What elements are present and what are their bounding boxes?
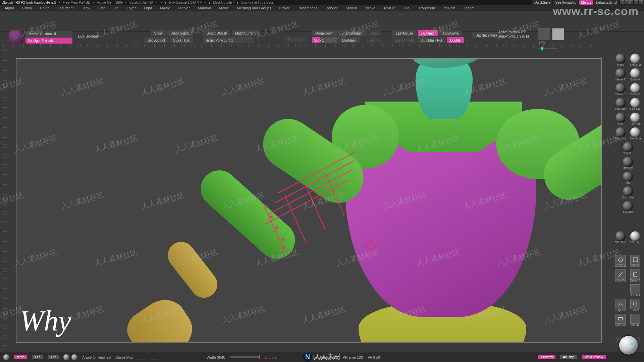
menu-stroke[interactable]: Stroke (361, 5, 379, 11)
backface-mask-button[interactable]: BackfaceMask (472, 32, 501, 38)
select-rect[interactable]: SelectR (629, 269, 642, 282)
brush-trimdynamic[interactable]: TrimDyn (621, 157, 635, 170)
menu-macro[interactable]: Macro (156, 5, 174, 11)
brush-flatcol[interactable]: Flat Col (629, 98, 642, 111)
live-boolean-label[interactable]: Live Boolean (78, 34, 99, 38)
menus-toggle[interactable]: Menus (579, 0, 593, 5)
width-slider[interactable] (230, 356, 260, 358)
lazymouse-button[interactable]: LazyMouse (392, 30, 417, 36)
smart-dmesh-button[interactable]: Smart DMesh (203, 30, 230, 36)
brush-move[interactable]: Move (614, 54, 627, 66)
quick-hide-button[interactable]: Quick Hide (170, 37, 193, 43)
menu-movie[interactable]: Movie (215, 5, 233, 11)
menu-document[interactable]: Document (53, 5, 77, 11)
clip-curve[interactable]: ClipCur (614, 299, 627, 312)
sharpen-mask-button[interactable]: SharpenMask (338, 30, 366, 36)
menu-picker[interactable]: Picker (275, 5, 293, 11)
seethrough-slider[interactable]: See-through 0 (553, 0, 578, 5)
allhigh-button[interactable]: All High (560, 355, 577, 359)
menu-preferences[interactable]: Preferences (293, 5, 321, 11)
menu-brush[interactable]: Brush (18, 5, 36, 11)
double-indicator[interactable]: Double (265, 355, 277, 359)
brush-inflate[interactable]: Inflat (621, 172, 635, 184)
default-zscript[interactable]: DefaultZScript (594, 0, 619, 5)
brush-standard[interactable]: Standar (614, 98, 627, 111)
mask-pen[interactable]: MaskPe (614, 269, 627, 282)
preview-button[interactable]: Preview (538, 355, 556, 359)
select-lasso[interactable]: SelectL (629, 255, 642, 267)
window-icon[interactable] (634, 0, 638, 4)
menu-light[interactable]: Light (140, 5, 156, 11)
restore-custom-ui-button[interactable]: Restore Custom UI (25, 31, 72, 37)
xc-button[interactable]: >Xc (32, 355, 43, 359)
sdiv-slider[interactable]: SDiv 1 (312, 37, 337, 43)
zoom-button[interactable]: Zoom (629, 299, 642, 312)
brush-orbcracks[interactable]: Orb_Cra (621, 186, 635, 199)
window-icon[interactable] (629, 0, 633, 4)
match-current-button[interactable]: MatchCurrent (232, 30, 259, 36)
navigation-sphere[interactable] (619, 336, 638, 355)
automask-pg-button[interactable]: AutoMask PG (418, 37, 445, 43)
menu-zplugin[interactable]: Zplugin (439, 5, 459, 11)
brush-pinch[interactable]: Pinch (614, 113, 627, 125)
brush-move-e[interactable]: Move E (614, 83, 627, 96)
mrgb-button[interactable]: Mrgb (14, 355, 27, 359)
menu-texture[interactable]: Texture (379, 5, 399, 11)
show-button[interactable]: Show (151, 30, 166, 36)
quick-select-button[interactable]: Quick Select (167, 30, 193, 36)
set-subtool-button[interactable]: Set Subtool (144, 37, 168, 43)
active-brush-icon[interactable] (9, 30, 23, 44)
brush-skinshade2[interactable]: SkinSha (629, 127, 642, 140)
bpr-swatch[interactable] (538, 28, 550, 40)
zc-button[interactable]: >Zc (48, 355, 59, 359)
window-close-icon[interactable] (639, 0, 643, 4)
menu-draw[interactable]: Draw (77, 5, 94, 11)
brush-move-t[interactable]: Move T (614, 68, 627, 81)
brush-hairtut[interactable]: HairTut (621, 201, 635, 214)
brush-so-hand[interactable]: SO_Han (629, 231, 642, 244)
clip-rect[interactable]: ClipRec (614, 314, 627, 326)
grow-button[interactable]: Grow (366, 30, 382, 36)
merge-down-button[interactable]: MergeDown (312, 30, 337, 36)
menu-material[interactable]: Material (194, 5, 215, 11)
blur-mask-button[interactable]: BlurMask (339, 37, 360, 43)
window-icon[interactable] (625, 0, 629, 4)
menu-file[interactable]: File (109, 5, 123, 11)
viewport[interactable]: Why (16, 58, 602, 343)
menu-stencil[interactable]: Stencil (341, 5, 361, 11)
brush-claybuild[interactable]: ClayBui (621, 142, 635, 155)
menu-edit[interactable]: Edit (94, 5, 109, 11)
waxpreview-button[interactable]: WaxPreview (582, 355, 606, 359)
menu-color[interactable]: Color (36, 5, 53, 11)
target-polycount-slider[interactable]: Target Polycount 1 (203, 37, 254, 43)
angle-of-view[interactable]: Angle Of View 90 (82, 355, 111, 359)
aahalf-button[interactable]: AAHalf (629, 284, 642, 297)
mask-lasso[interactable]: MaskLa (614, 255, 627, 267)
menu-transform[interactable]: Transform (415, 5, 439, 11)
window-icon[interactable] (620, 0, 624, 4)
menu-render[interactable]: Render (321, 5, 341, 11)
menu-marker[interactable]: Marker (174, 5, 194, 11)
menu-meshing[interactable]: Meshing and Groups (233, 5, 275, 11)
brush-toyplas[interactable]: ToyPlas (629, 113, 642, 125)
morph-uv-button[interactable]: Morph UV (284, 36, 306, 42)
menu-layer[interactable]: Layer (123, 5, 140, 11)
dynamic-button[interactable]: Dynamic (418, 30, 438, 36)
actual-button[interactable]: Actual (629, 314, 642, 326)
brush-so-soft[interactable]: SO_Soft (614, 231, 627, 244)
curve-map-button[interactable]: Curve Map (115, 355, 133, 359)
menu-zscript[interactable]: Zscript (459, 5, 478, 11)
brush-basicm2[interactable]: BasicM (629, 83, 642, 96)
pframe[interactable]: PFrame 100 (343, 355, 363, 359)
menu-alpha[interactable]: Alpha (1, 5, 18, 11)
shrink-button[interactable]: Shrink (366, 37, 382, 43)
spotlight-projection-button[interactable]: Spotlight Projection (25, 38, 72, 44)
double-button[interactable]: Double (447, 37, 464, 43)
quicksave-button[interactable]: QuickSave (532, 0, 552, 5)
brush-damstandard[interactable]: DamSta (614, 127, 627, 140)
accucurve-button[interactable]: AccuCurve (439, 30, 462, 36)
pfill[interactable]: PFill 50 (368, 355, 380, 359)
brush-skinshade[interactable]: SkinSha (629, 54, 642, 66)
menu-tool[interactable]: Tool (399, 5, 414, 11)
lazysmooth-button[interactable]: LazySmooth (392, 37, 417, 43)
